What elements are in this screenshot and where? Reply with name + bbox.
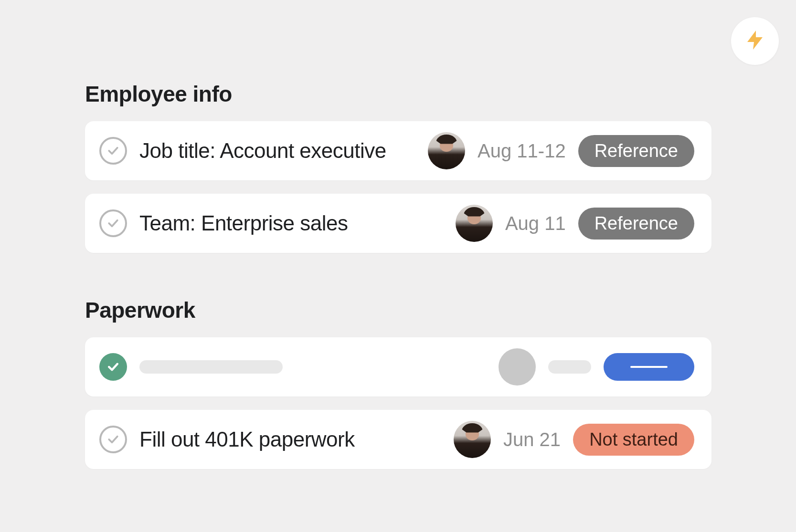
- section-title-paperwork: Paperwork: [85, 297, 711, 323]
- task-title: Fill out 401K paperwork: [139, 428, 454, 451]
- assignee-avatar[interactable]: [454, 421, 491, 458]
- task-row[interactable]: Job title: Account executive Aug 11-12 R…: [85, 121, 711, 180]
- task-row[interactable]: Fill out 401K paperwork Jun 21 Not start…: [85, 410, 711, 469]
- checkmark-icon[interactable]: [99, 426, 127, 453]
- task-title: Team: Enterprise sales: [139, 211, 456, 235]
- task-date: Aug 11-12: [478, 140, 566, 162]
- assignee-avatar[interactable]: [456, 205, 493, 242]
- task-date: Aug 11: [505, 213, 566, 234]
- assignee-avatar[interactable]: [428, 132, 465, 169]
- task-date: Jun 21: [503, 429, 561, 450]
- lightning-icon: [743, 29, 766, 53]
- automation-fab[interactable]: [731, 17, 779, 65]
- checkmark-icon[interactable]: [99, 137, 127, 165]
- task-title: Job title: Account executive: [139, 139, 428, 163]
- skeleton-title: [139, 360, 283, 374]
- task-list-content: Employee info Job title: Account executi…: [85, 81, 711, 482]
- task-tag[interactable]: Reference: [578, 208, 694, 240]
- task-row[interactable]: Team: Enterprise sales Aug 11 Reference: [85, 194, 711, 253]
- assignee-avatar-placeholder[interactable]: [499, 348, 536, 386]
- skeleton-date: [548, 360, 591, 374]
- checkmark-icon[interactable]: [99, 209, 127, 237]
- task-tag[interactable]: Reference: [578, 135, 694, 167]
- section-title-employee-info: Employee info: [85, 81, 711, 107]
- task-tag[interactable]: Not started: [573, 424, 694, 456]
- task-row-skeleton[interactable]: [85, 337, 711, 396]
- checkmark-icon[interactable]: [99, 353, 127, 381]
- task-tag-skeleton[interactable]: [604, 353, 694, 381]
